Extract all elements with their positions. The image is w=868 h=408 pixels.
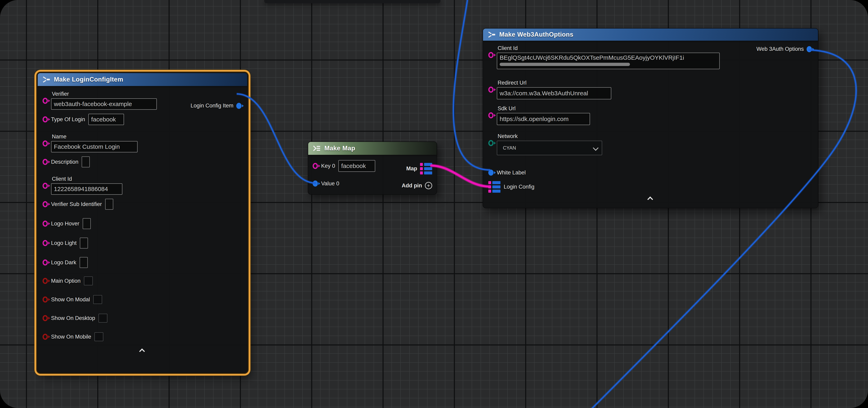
pin-row-white-label: White Label bbox=[488, 167, 812, 179]
output-pin-row[interactable]: Web 3Auth Options bbox=[756, 46, 812, 52]
main-option-pin[interactable] bbox=[42, 278, 48, 284]
client-id-label: Client Id bbox=[498, 45, 720, 52]
logo-light-pin[interactable] bbox=[42, 240, 48, 246]
web3auth-options-output-pin[interactable] bbox=[807, 46, 812, 52]
value0-pin[interactable] bbox=[313, 180, 318, 186]
logo-dark-label: Logo Dark bbox=[51, 260, 76, 266]
logo-light-label: Logo Light bbox=[51, 240, 76, 246]
logo-dark-field[interactable] bbox=[80, 257, 88, 268]
pin-row-network: Network CYAN bbox=[488, 133, 812, 155]
description-field[interactable] bbox=[82, 157, 90, 167]
map-output-row[interactable]: Map bbox=[406, 163, 432, 174]
output-pin-label: Login Config Item bbox=[190, 103, 234, 109]
pin-row-redirect-url: Redirect Url w3a://com.w3a.Web3AuthUnrea… bbox=[488, 80, 812, 99]
blueprint-graph-canvas[interactable]: Make LoginConfigItem Login Config Item V… bbox=[0, 0, 868, 408]
node-make-loginconfigitem[interactable]: Make LoginConfigItem Login Config Item V… bbox=[37, 73, 248, 373]
node-make-web3authoptions[interactable]: Make Web3AuthOptions Web 3Auth Options C… bbox=[483, 28, 818, 208]
sdk-url-field[interactable]: https://sdk.openlogin.com bbox=[497, 113, 590, 125]
login-config-pin[interactable] bbox=[488, 181, 500, 193]
pin-row-show-on-mobile: Show On Mobile bbox=[42, 332, 242, 341]
pin-row-logo-hover: Logo Hover bbox=[42, 218, 242, 229]
add-pin-row[interactable]: Add pin bbox=[402, 182, 432, 189]
show-on-modal-label: Show On Modal bbox=[51, 297, 90, 303]
verifier-sub-identifier-pin[interactable] bbox=[42, 201, 48, 207]
sdk-url-pin[interactable] bbox=[488, 112, 494, 118]
verifier-field[interactable]: web3auth-facebook-example bbox=[51, 98, 157, 110]
pin-row-login-config: Login Config bbox=[488, 180, 812, 193]
make-struct-icon bbox=[487, 31, 496, 38]
verifier-sub-identifier-label: Verifier Sub Identifier bbox=[51, 201, 102, 207]
logo-dark-pin[interactable] bbox=[42, 260, 48, 266]
description-label: Description bbox=[51, 159, 79, 165]
verifier-pin[interactable] bbox=[42, 98, 48, 104]
network-dropdown[interactable]: CYAN bbox=[497, 141, 602, 155]
name-label: Name bbox=[52, 134, 137, 140]
pin-row-logo-light: Logo Light bbox=[42, 238, 242, 248]
show-on-desktop-pin[interactable] bbox=[42, 315, 48, 321]
white-label-pin[interactable] bbox=[488, 170, 494, 176]
verifier-sub-identifier-field[interactable] bbox=[105, 199, 113, 210]
network-pin[interactable] bbox=[488, 140, 494, 146]
main-option-checkbox[interactable] bbox=[84, 276, 93, 285]
output-pin-label: Web 3Auth Options bbox=[756, 46, 804, 52]
logo-hover-field[interactable] bbox=[83, 218, 91, 229]
show-on-desktop-checkbox[interactable] bbox=[98, 314, 107, 322]
pin-row-main-option: Main Option bbox=[42, 276, 242, 285]
show-on-modal-checkbox[interactable] bbox=[93, 295, 102, 304]
make-map-icon bbox=[312, 145, 321, 151]
name-pin[interactable] bbox=[42, 140, 48, 146]
show-on-mobile-label: Show On Mobile bbox=[51, 334, 91, 340]
client-id-field[interactable]: BEglQSgt4cUWcj6SKRdu5QkOXTsePmMcusG5EAoy… bbox=[497, 53, 720, 69]
wire-loginconfigitem-to-value0 bbox=[237, 94, 316, 183]
client-id-label: Client Id bbox=[52, 176, 122, 182]
chevron-down-icon bbox=[593, 145, 598, 151]
logo-light-field[interactable] bbox=[80, 238, 88, 248]
pin-row-description: Description bbox=[42, 157, 242, 167]
node-make-map[interactable]: Make Map Key 0 facebook Value 0 Map bbox=[308, 141, 437, 195]
type-of-login-pin[interactable] bbox=[42, 116, 48, 123]
show-on-mobile-checkbox[interactable] bbox=[94, 332, 103, 341]
add-pin-label: Add pin bbox=[402, 182, 422, 189]
logo-hover-label: Logo Hover bbox=[51, 220, 80, 227]
show-on-desktop-label: Show On Desktop bbox=[51, 315, 95, 321]
wire-map-to-login-config bbox=[430, 166, 490, 186]
client-id-pin[interactable] bbox=[488, 52, 494, 58]
key0-pin[interactable] bbox=[313, 163, 318, 169]
show-on-modal-pin[interactable] bbox=[42, 297, 48, 303]
pin-row-verifier-sub-identifier: Verifier Sub Identifier bbox=[42, 199, 242, 210]
pin-row-name: Name Facebook Custom Login bbox=[42, 134, 242, 152]
node-header[interactable]: Make Web3AuthOptions bbox=[483, 29, 818, 41]
collapse-chevron-icon[interactable] bbox=[139, 349, 145, 354]
network-label: Network bbox=[498, 133, 602, 139]
main-option-label: Main Option bbox=[51, 278, 81, 284]
sdk-url-label: Sdk Url bbox=[498, 105, 590, 112]
client-id-pin[interactable] bbox=[42, 183, 48, 189]
description-pin[interactable] bbox=[42, 159, 48, 165]
pin-row-client-id: Client Id 1222658941886084 bbox=[42, 176, 242, 195]
pin-row-show-on-modal: Show On Modal bbox=[42, 295, 242, 304]
collapse-chevron-icon[interactable] bbox=[647, 197, 653, 202]
pin-row-show-on-desktop: Show On Desktop bbox=[42, 314, 242, 322]
key0-field[interactable]: facebook bbox=[338, 160, 375, 172]
key0-label: Key 0 bbox=[321, 163, 335, 169]
redirect-url-field[interactable]: w3a://com.w3a.Web3AuthUnreal bbox=[497, 87, 611, 99]
logo-hover-pin[interactable] bbox=[42, 220, 48, 227]
pin-row-type-of-login: Type Of Login facebook bbox=[42, 114, 242, 125]
make-struct-icon bbox=[42, 76, 51, 83]
login-config-label: Login Config bbox=[504, 184, 534, 190]
map-output-pin[interactable] bbox=[420, 163, 432, 174]
node-title: Make Map bbox=[324, 145, 355, 152]
client-id-field[interactable]: 1222658941886084 bbox=[51, 183, 122, 195]
node-header[interactable]: Make LoginConfigItem bbox=[38, 73, 247, 86]
add-pin-icon[interactable] bbox=[425, 182, 432, 189]
name-field[interactable]: Facebook Custom Login bbox=[51, 141, 137, 152]
redirect-url-pin[interactable] bbox=[488, 87, 494, 93]
node-title: Make LoginConfigItem bbox=[54, 76, 123, 83]
offscreen-node-fragment[interactable] bbox=[264, 0, 440, 3]
field-scrollbar[interactable] bbox=[500, 63, 630, 66]
output-pin-row[interactable]: Login Config Item bbox=[190, 103, 242, 109]
type-of-login-field[interactable]: facebook bbox=[88, 114, 124, 125]
node-header[interactable]: Make Map bbox=[308, 142, 437, 155]
show-on-mobile-pin[interactable] bbox=[42, 334, 48, 340]
login-config-item-output-pin[interactable] bbox=[236, 103, 242, 109]
